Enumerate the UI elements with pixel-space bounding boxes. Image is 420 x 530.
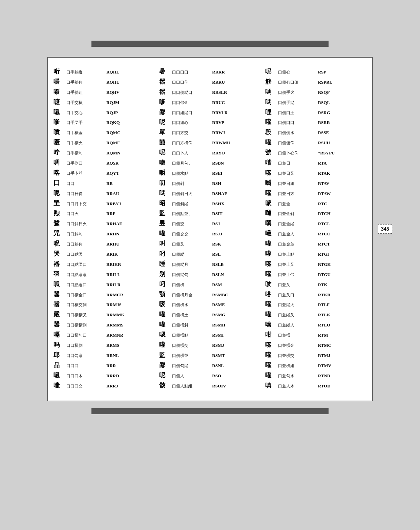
code-cell: RSMJ (212, 342, 236, 349)
table-row: 嚾口側俯仰RSUU (265, 138, 366, 147)
code-cell: RQJM (106, 99, 130, 106)
desc-cell: 口並金人 (277, 231, 318, 237)
code-cell: RR (106, 180, 130, 187)
desc-cell: 口側橫點 (171, 333, 212, 339)
desc-cell: 口側縱 (171, 252, 212, 258)
code-cell: RRRD (106, 373, 130, 379)
char-cell: 顎 (159, 290, 171, 299)
desc-cell: 口側勾縱 (171, 363, 212, 369)
desc-cell: 口並日組 (277, 181, 318, 187)
table-row: 鄙口口組縱口RRVLR (159, 108, 260, 117)
char-cell: 喀 (54, 168, 66, 178)
desc-cell: 口口口仰 (171, 80, 212, 86)
table-row: 監口側點並。RSIT (159, 209, 260, 218)
code-cell: RQJP (106, 109, 130, 116)
desc-cell: 口並橫交 (277, 353, 318, 359)
char-cell: 嗲 (159, 98, 171, 107)
code-cell: RSUU (318, 140, 342, 146)
char-cell: 呢 (159, 371, 171, 380)
table-row: 呢口側人RSO (159, 371, 260, 380)
table-row: 嚾口並金並RTCT (265, 239, 366, 249)
table-row: 嚾口並縱叉RTLK (265, 310, 366, 319)
code-cell: RSPRU (318, 79, 342, 86)
table-row: 叨口側斜RSH (159, 178, 260, 188)
code-cell: RTK (318, 281, 342, 288)
table-row: 嚾口側口口RSRR (265, 118, 366, 127)
table-row: 顎口側橫月金RSMBC (159, 290, 260, 299)
table-row: 嗲口手叉手RQKQ (54, 118, 155, 127)
desc-cell: 口口斜日火 (66, 221, 106, 227)
table-row: 號口側卜心仰*RSYPU (265, 148, 366, 157)
char-cell: 鄙 (159, 361, 171, 370)
table-row: 嚣口口橫橫側RRMMS (54, 320, 155, 330)
code-cell: RTAV (318, 180, 342, 187)
code-cell: RRILL (106, 271, 130, 278)
table-row: 煦口口火RRF (54, 209, 155, 218)
table-row: 哭口口點叉RRIK (54, 249, 155, 259)
char-cell: 暑 (159, 67, 171, 77)
char-cell: 嗫 (54, 138, 66, 147)
desc-cell: 口口火 (66, 211, 106, 217)
table-row: 嗒口並叉口RTKR (265, 290, 366, 299)
desc-cell: 口側心口俯 (277, 80, 318, 86)
char-cell: 嗤 (54, 381, 66, 390)
desc-cell: 口側口土 (277, 110, 318, 116)
char-cell: 嚣 (159, 87, 171, 97)
desc-cell: 口口橫交側 (66, 302, 106, 308)
code-cell: RRIKR (106, 261, 130, 268)
table-row: 嗎口側斜日火RSHAF (159, 189, 260, 198)
table-row: 嚼口手斜仰RQHU (54, 77, 155, 87)
desc-cell: 口並叉口 (277, 292, 318, 298)
desc-cell: 口側交 (171, 221, 212, 227)
desc-cell: 口並日 (277, 161, 318, 167)
code-cell: RTCT (318, 241, 342, 248)
code-cell: RSMI (212, 332, 236, 339)
desc-cell: 口口 (66, 181, 106, 187)
char-cell: 羽 (54, 270, 66, 279)
char-cell: 噴 (54, 128, 66, 137)
char-cell: 嚼 (54, 77, 66, 87)
code-cell: RRWJ (212, 129, 236, 136)
char-cell: 嗫 (54, 87, 66, 97)
code-cell: RRHU (106, 241, 130, 248)
desc-cell: 口側橫交 (171, 343, 212, 349)
desc-cell: 口口口交 (66, 383, 106, 389)
table-row: 嚴口口橫橫叉RRMMK (54, 310, 155, 319)
table-row: 呢口口卜人RRYO (159, 148, 260, 157)
table-row: 單口口方交RRWJ (159, 128, 260, 137)
code-cell: RRBYJ (106, 200, 130, 207)
char-cell: 嚾 (265, 361, 277, 370)
table-row: 嚣口口橫交側RRMJS (54, 300, 155, 309)
column-1: 哘口手斜縱RQHL嚼口手斜仰RQHU嗫口手斜組RQHV嗻口手交橫RQJM嚫口手交… (51, 64, 157, 394)
table-row: 鄙口側勾縱RSNL (159, 361, 260, 370)
desc-cell: 口口組心 (171, 120, 212, 126)
desc-cell: 口側橫並 (171, 353, 212, 359)
char-cell: 嗒 (265, 290, 277, 299)
char-cell: 嚾 (265, 310, 277, 319)
char-cell: 罜 (54, 199, 66, 208)
desc-cell: 口口方橫仰 (171, 140, 212, 146)
char-cell: 囗 (54, 178, 66, 188)
table-row: 嚣口口橫金口RRMCR (54, 290, 155, 299)
code-cell: RRMS (106, 342, 130, 349)
main-content: 哘口手斜縱RQHL嚼口手斜仰RQHU嗫口手斜組RQHV嗻口手交橫RQJM嚫口手交… (47, 57, 373, 401)
table-row: 哌口並金RTC (265, 199, 366, 208)
code-cell: RRHN (106, 231, 130, 237)
table-row: 嗪口並土叉RTGK (265, 259, 366, 269)
char-cell: 呢 (265, 67, 277, 77)
table-row: 嚾口並勾水RTND (265, 371, 366, 380)
char-cell: 嚾 (265, 371, 277, 380)
desc-cell: 口側橫月金 (171, 292, 212, 298)
char-cell: 嚩 (265, 178, 277, 188)
char-cell: 段 (265, 128, 277, 137)
code-cell: RQKQ (106, 119, 130, 126)
desc-cell: 口手交心 (66, 110, 106, 116)
code-cell: RTM (318, 332, 342, 339)
table-row: 嚾口側橫土RSMG (159, 310, 260, 319)
code-cell: RRF (106, 210, 130, 217)
char-cell: 觥 (265, 77, 277, 87)
desc-cell: 口並日叉 (277, 171, 318, 177)
char-cell: 哌 (265, 199, 277, 208)
desc-cell: 口並金 (277, 201, 318, 207)
desc-cell: 口側月勾。 (171, 161, 212, 167)
